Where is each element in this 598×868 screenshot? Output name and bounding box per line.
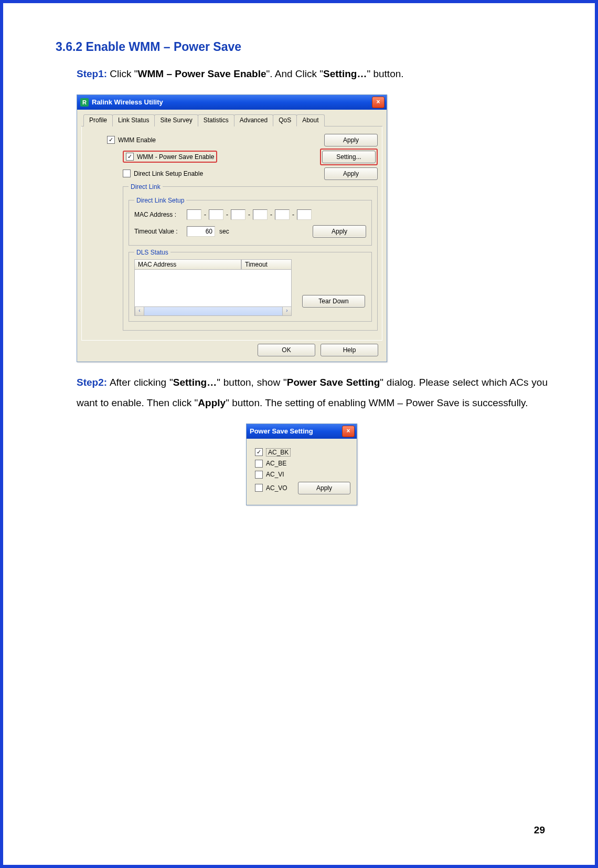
ac-be-checkbox[interactable]	[255, 460, 263, 468]
mac-input-6[interactable]	[297, 209, 312, 220]
setting-button[interactable]: Setting...	[322, 151, 376, 163]
page-number: 29	[534, 824, 545, 836]
dls-status-legend: DLS Status	[134, 249, 170, 256]
tab-qos[interactable]: QoS	[273, 114, 297, 126]
titlebar-2: Power Save Setting ×	[247, 424, 357, 439]
step2-label: Step2:	[77, 377, 107, 388]
ac-be-label: AC_BE	[266, 460, 286, 467]
col-mac[interactable]: MAC Address	[134, 259, 241, 270]
power-save-setting-window: Power Save Setting × ✓ AC_BK AC_BE AC_VI…	[246, 424, 357, 505]
dls-status-group: DLS Status MAC Address Timeout ‹ ›	[129, 249, 372, 322]
apply-button-4[interactable]: Apply	[298, 482, 350, 494]
setting-button-highlight: Setting...	[320, 149, 378, 165]
col-timeout[interactable]: Timeout	[241, 259, 292, 270]
ok-button[interactable]: OK	[258, 344, 315, 356]
direct-link-legend: Direct Link	[129, 183, 163, 190]
step1-label: Step1:	[77, 68, 107, 79]
apply-button-2[interactable]: Apply	[324, 167, 378, 180]
tab-statistics[interactable]: Statistics	[198, 114, 234, 126]
dls-setup-group: Direct Link Setup MAC Address : - - - - …	[129, 197, 372, 246]
mac-input-5[interactable]	[275, 209, 290, 220]
scroll-track[interactable]	[144, 307, 282, 315]
window-title-2: Power Save Setting	[250, 427, 313, 435]
ralink-utility-window: R Ralink Wireless Utility × Profile Link…	[77, 94, 387, 362]
direct-link-group: Direct Link Direct Link Setup MAC Addres…	[123, 183, 378, 331]
step2-text: Step2: After clicking "Setting…" button,…	[77, 373, 548, 414]
ac-vo-label: AC_VO	[266, 484, 287, 492]
ac-vo-checkbox[interactable]	[255, 484, 263, 492]
mac-input-2[interactable]	[209, 209, 223, 220]
tab-site-survey[interactable]: Site Survey	[154, 114, 198, 126]
mac-input-4[interactable]	[253, 209, 268, 220]
ac-bk-label: AC_BK	[266, 448, 291, 457]
ac-vi-label: AC_VI	[266, 471, 284, 478]
tear-down-button[interactable]: Tear Down	[302, 295, 365, 308]
wmm-powersave-label: WMM - Power Save Enable	[137, 153, 214, 161]
wmm-enable-checkbox[interactable]: ✓	[107, 136, 115, 144]
apply-button-3[interactable]: Apply	[313, 225, 366, 238]
apply-button-1[interactable]: Apply	[324, 134, 378, 146]
timeout-unit: sec	[215, 228, 229, 235]
dls-scrollbar[interactable]: ‹ ›	[134, 307, 292, 316]
tabstrip: Profile Link Status Site Survey Statisti…	[81, 114, 382, 126]
dls-enable-checkbox[interactable]	[123, 170, 131, 177]
tab-advanced[interactable]: Advanced	[234, 114, 273, 126]
dls-setup-legend: Direct Link Setup	[134, 197, 186, 204]
close-icon[interactable]: ×	[372, 97, 385, 108]
app-icon: R	[80, 98, 89, 107]
section-title-text: Enable WMM – Power Save	[86, 40, 242, 54]
section-heading: 3.6.2 Enable WMM – Power Save	[56, 40, 548, 54]
timeout-input[interactable]: 60	[187, 226, 215, 237]
tab-profile[interactable]: Profile	[83, 114, 113, 126]
mac-input-3[interactable]	[231, 209, 245, 220]
wmm-powersave-highlight: ✓ WMM - Power Save Enable	[123, 151, 217, 163]
tab-link-status[interactable]: Link Status	[112, 114, 155, 126]
titlebar: R Ralink Wireless Utility ×	[77, 95, 387, 110]
step1-text: Step1: Click "WMM – Power Save Enable". …	[77, 64, 548, 84]
help-button[interactable]: Help	[321, 344, 378, 356]
timeout-label: Timeout Value :	[134, 228, 187, 235]
scroll-left-icon[interactable]: ‹	[135, 307, 144, 315]
ac-vi-checkbox[interactable]	[255, 471, 263, 479]
dls-enable-label: Direct Link Setup Enable	[134, 170, 203, 177]
dls-status-list: MAC Address Timeout ‹ ›	[134, 259, 292, 316]
mac-input-1[interactable]	[187, 209, 201, 220]
section-number: 3.6.2	[56, 40, 82, 54]
window-title: Ralink Wireless Utility	[92, 98, 163, 106]
mac-address-label: MAC Address :	[134, 211, 187, 218]
dls-status-rows[interactable]	[134, 270, 292, 307]
scroll-right-icon[interactable]: ›	[282, 307, 291, 315]
wmm-enable-label: WMM Enable	[118, 136, 156, 144]
ac-bk-checkbox[interactable]: ✓	[255, 448, 263, 456]
wmm-powersave-checkbox[interactable]: ✓	[126, 153, 134, 161]
close-icon-2[interactable]: ×	[342, 426, 355, 437]
tab-about[interactable]: About	[296, 114, 324, 126]
